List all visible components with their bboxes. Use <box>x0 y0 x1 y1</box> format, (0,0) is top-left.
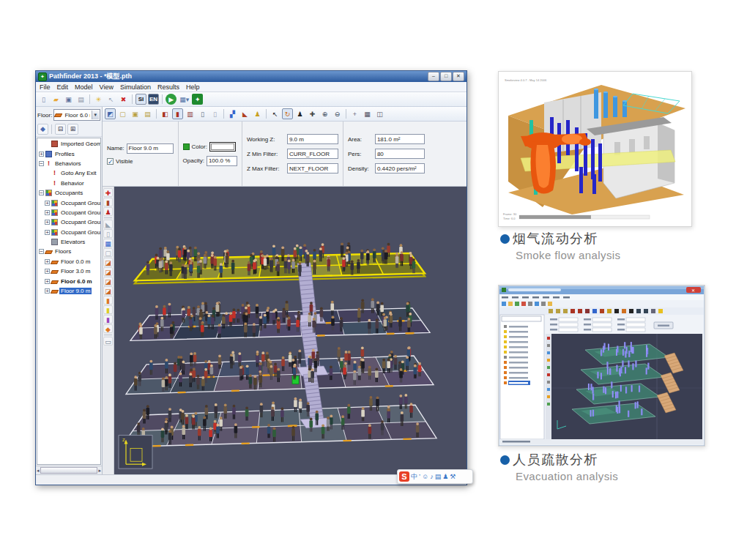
pointer-icon[interactable]: ↖ <box>105 94 116 105</box>
yellow-cylinder-tool[interactable]: ▮ <box>103 305 113 314</box>
menu-view[interactable]: View <box>100 83 114 91</box>
navigate-mode-button[interactable]: ◆ <box>37 124 48 135</box>
menu-model[interactable]: Model <box>75 83 93 91</box>
tree-item-profiles[interactable]: +Profiles <box>37 149 100 158</box>
name-field[interactable]: Floor 9.0 m <box>127 143 174 154</box>
tree-item-floor-9-0-m[interactable]: +Floor 9.0 m <box>37 286 100 296</box>
expander-icon[interactable]: + <box>45 259 50 264</box>
3d-viewport[interactable]: Z <box>114 187 467 474</box>
expander-icon[interactable]: + <box>45 279 50 284</box>
marker-tool[interactable]: ◆ <box>103 324 113 333</box>
run-simulation-icon[interactable]: ▶ <box>166 94 176 105</box>
scroll-right-icon[interactable]: ▸ <box>98 468 101 474</box>
walk-tool[interactable]: ♟ <box>294 108 305 119</box>
menu-help[interactable]: Help <box>186 83 200 91</box>
visible-checkbox[interactable]: ✓ <box>107 158 114 165</box>
print-icon[interactable]: ▤ <box>75 94 86 105</box>
tree-item-elevators[interactable]: Elevators <box>37 237 100 247</box>
expander-icon[interactable]: + <box>45 201 50 206</box>
room-tool-3[interactable]: ▤ <box>142 108 153 119</box>
color-swatch[interactable] <box>209 142 236 152</box>
keyboard-icon[interactable]: ▤ <box>435 471 442 482</box>
stair-tool-3[interactable]: ◪ <box>103 277 113 285</box>
tree-item-behavior[interactable]: !Behavior <box>37 179 100 188</box>
ime-toolbar[interactable]: S 中’☺♪▤♟⚒ <box>397 469 473 484</box>
expander-icon[interactable]: + <box>45 269 50 274</box>
polygon-room-tool[interactable]: ◣ <box>103 220 113 228</box>
window-titlebar[interactable]: ✦ Pathfinder 2013 - *模型.pth –□✕ <box>36 71 467 82</box>
cylinder-room-tool[interactable]: ▢ <box>103 248 113 257</box>
color-checkbox[interactable] <box>183 143 190 150</box>
expander-icon[interactable]: − <box>39 249 44 254</box>
tree-item-goto-any-exit[interactable]: !Goto Any Exit <box>37 168 100 178</box>
tree-item-floors[interactable]: −Floors <box>37 247 100 256</box>
expander-icon[interactable]: − <box>39 190 44 195</box>
tree-horizontal-scrollbar[interactable]: ◂ ▸ <box>36 466 102 474</box>
tree-item-floor-3-0-m[interactable]: +Floor 3.0 m <box>37 266 100 276</box>
delete-icon[interactable]: ✖ <box>118 94 129 105</box>
new-file-icon[interactable]: ▯ <box>38 94 49 105</box>
snap-icon[interactable]: ✳ <box>93 94 104 105</box>
move-object-tool[interactable]: ✚ <box>103 188 113 197</box>
door-tool-3[interactable]: ▥ <box>185 108 196 119</box>
tree-item-occupant-group[interactable]: +Occupant Group <box>37 208 100 217</box>
tree-item-occupant-group[interactable]: +Occupant Group <box>37 228 100 237</box>
collapse-all-button[interactable]: ⊟ <box>55 124 66 135</box>
occupant-tool[interactable]: ♟ <box>252 108 263 119</box>
stair-tool-2[interactable]: ◪ <box>103 267 113 276</box>
pathfinder-results-icon[interactable]: ✦ <box>192 94 203 105</box>
z-max-field[interactable]: NEXT_FLOOR <box>287 163 338 173</box>
si-units-button[interactable]: SI <box>135 94 146 105</box>
maximize-button[interactable]: □ <box>440 72 452 81</box>
stairs-texture-tool[interactable]: ▦ <box>103 239 113 247</box>
menu-edit[interactable]: Edit <box>57 83 69 91</box>
tree-item-occupant-group[interactable]: +Occupant Group <box>37 217 100 227</box>
zoom-in-tool[interactable]: ⊕ <box>319 108 330 119</box>
floor-selector[interactable]: Floor 6.0 m ▾ <box>53 109 100 121</box>
expander-icon[interactable]: + <box>39 152 44 157</box>
occupants-pair-tool[interactable]: ♟ <box>103 207 113 216</box>
minimize-button[interactable]: – <box>428 72 439 81</box>
stairs-tool[interactable]: ▞ <box>227 108 238 119</box>
door-tool-1[interactable]: ◧ <box>160 108 171 119</box>
door-tool-2[interactable]: ▮ <box>172 108 183 119</box>
sogou-logo-icon[interactable]: S <box>399 471 409 482</box>
chevron-down-icon[interactable]: ▾ <box>92 111 99 119</box>
scroll-left-icon[interactable]: ◂ <box>37 468 40 474</box>
results-chart-icon[interactable]: ▦▾ <box>178 94 190 105</box>
tree-item-imported-geometry[interactable]: Imported Geometry <box>37 139 100 149</box>
tree-item-occupant-group[interactable]: +Occupant Group <box>37 198 100 207</box>
emoji-icon[interactable]: ☺ <box>422 471 428 482</box>
scrollbar-thumb[interactable] <box>40 467 98 474</box>
split-view-tool[interactable]: ◫ <box>374 108 385 119</box>
menu-simulation[interactable]: Simulation <box>120 83 151 91</box>
room-tool-2[interactable]: ▣ <box>130 108 141 119</box>
opacity-field[interactable]: 100.0 % <box>207 156 237 166</box>
open-folder-icon[interactable]: ▰ <box>51 94 62 105</box>
working-z-field[interactable]: 9.0 m <box>287 134 338 144</box>
rect-room-tool[interactable]: ▯ <box>103 229 113 238</box>
expander-icon[interactable]: + <box>45 230 50 235</box>
expand-all-button[interactable]: ⊞ <box>67 124 78 135</box>
person-icon[interactable]: ♟ <box>442 471 448 482</box>
voice-icon[interactable]: ♪ <box>430 471 434 482</box>
en-units-button[interactable]: EN <box>148 94 159 105</box>
pan-tool[interactable]: ✚ <box>307 108 318 119</box>
menu-results[interactable]: Results <box>157 83 179 91</box>
expander-icon[interactable]: + <box>45 220 50 225</box>
z-min-field[interactable]: CURR_FLOOR <box>287 149 338 159</box>
expander-icon[interactable]: + <box>45 210 50 215</box>
door-tool-5[interactable]: ▯ <box>209 108 220 119</box>
zoom-out-tool[interactable]: ⊖ <box>332 108 343 119</box>
stair-tool-1[interactable]: ◪ <box>103 258 113 266</box>
expander-icon[interactable]: + <box>45 288 50 294</box>
save-icon[interactable]: ▣ <box>63 94 74 105</box>
orbit-tool[interactable]: ↻ <box>282 108 293 119</box>
menu-file[interactable]: File <box>40 83 51 91</box>
ramp-tool[interactable]: ◣ <box>239 108 250 119</box>
apostrophe-icon[interactable]: ’ <box>419 471 420 482</box>
tree-item-floor-0-0-m[interactable]: +Floor 0.0 m <box>37 257 100 266</box>
close-button[interactable]: ✕ <box>453 72 464 81</box>
cylinder-tool[interactable]: ▮ <box>103 198 113 206</box>
toolbox-icon[interactable]: ⚒ <box>450 471 456 482</box>
